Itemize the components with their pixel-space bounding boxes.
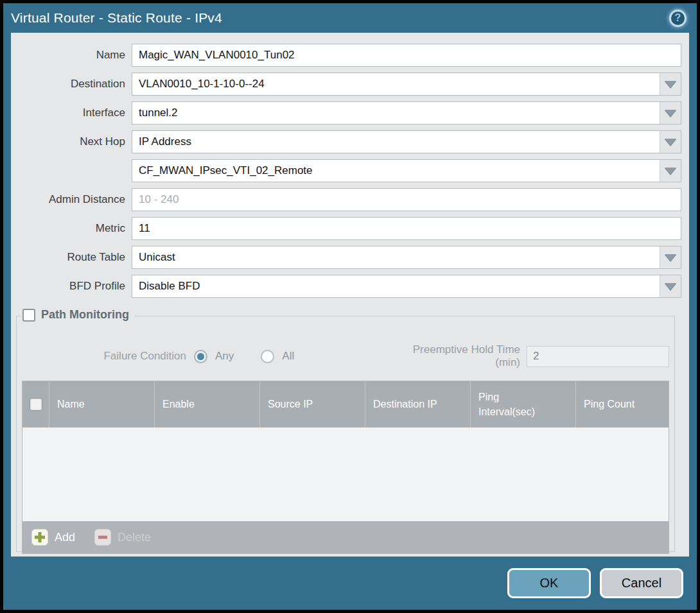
route-table-row: Route Table Unicast [11,246,681,269]
path-monitoring-checkbox[interactable] [22,309,35,322]
add-button[interactable]: Add [31,529,75,546]
column-label: Source IP [268,399,313,410]
column-header-name[interactable]: Name [49,381,155,427]
bfd-profile-label: BFD Profile [11,280,132,293]
column-label: Destination IP [373,399,437,410]
route-table-label: Route Table [11,251,132,264]
destination-value: VLAN0010_10-1-10-0--24 [132,73,660,95]
admin-distance-input[interactable] [132,188,681,211]
failure-any-label: Any [215,350,234,363]
next-hop-dropdown-button[interactable] [660,131,681,153]
radio-dot [197,353,204,360]
interface-label: Interface [11,107,132,119]
delete-icon [94,529,111,546]
next-hop-address-row: CF_MWAN_IPsec_VTI_02_Remote [11,159,681,182]
chevron-down-icon [665,110,676,117]
column-label: Ping Count [584,399,634,410]
name-row: Name [11,44,681,67]
chevron-down-icon [665,254,676,261]
column-header-source-ip[interactable]: Source IP [260,381,365,427]
bfd-profile-select[interactable]: Disable BFD [132,275,681,298]
chevron-down-icon [665,168,676,175]
admin-distance-row: Admin Distance [11,188,681,211]
failure-all-label: All [282,350,294,363]
destination-dropdown-button[interactable] [660,73,681,95]
destination-label: Destination [11,78,132,91]
help-icon[interactable]: ? [669,10,687,27]
dialog-titlebar: Virtual Router - Static Route - IPv4 ? [3,3,697,33]
table-header: Name Enable Source IP Destination IP Pin… [22,381,669,427]
static-route-dialog: Virtual Router - Static Route - IPv4 ? N… [0,0,700,613]
failure-condition-radios: Any All [194,350,321,363]
chevron-down-icon [665,283,676,290]
destination-select[interactable]: VLAN0010_10-1-10-0--24 [132,73,681,96]
failure-any-option[interactable]: Any [194,350,234,363]
cancel-button[interactable]: Cancel [600,568,683,598]
add-icon [31,529,48,546]
route-table-value: Unicast [132,246,660,268]
next-hop-address-value: CF_MWAN_IPsec_VTI_02_Remote [132,160,660,182]
table-body-empty [22,427,669,521]
select-all-cell [22,381,49,427]
dialog-title: Virtual Router - Static Route - IPv4 [11,10,669,26]
ok-button[interactable]: OK [507,568,591,598]
next-hop-address-dropdown-button[interactable] [660,160,681,182]
next-hop-select[interactable]: IP Address [132,130,681,153]
column-label: Name [57,399,85,410]
path-monitoring-title: Path Monitoring [41,308,129,322]
name-input[interactable] [132,44,681,67]
column-header-destination-ip[interactable]: Destination IP [365,381,471,427]
failure-any-radio[interactable] [194,350,207,363]
failure-all-radio[interactable] [261,350,274,363]
metric-label: Metric [11,222,132,235]
failure-condition-row: Failure Condition Any All Preemptive Hol… [22,343,669,369]
radio-dot [264,353,271,360]
table-toolbar: Add Delete [22,521,669,553]
help-glyph: ? [675,12,681,24]
delete-label: Delete [118,531,151,544]
path-monitoring-table: Name Enable Source IP Destination IP Pin… [22,381,669,554]
column-label: Enable [162,399,195,410]
column-header-ping-interval[interactable]: Ping Interval(sec) [471,381,576,427]
bfd-profile-row: BFD Profile Disable BFD [11,275,681,298]
interface-dropdown-button[interactable] [660,102,681,124]
column-header-ping-count[interactable]: Ping Count [576,381,669,427]
chevron-down-icon [665,139,676,146]
metric-row: Metric [11,217,681,240]
column-header-enable[interactable]: Enable [155,381,260,427]
next-hop-value: IP Address [132,131,660,153]
failure-condition-label: Failure Condition [22,350,194,363]
add-label: Add [55,531,75,544]
failure-all-option[interactable]: All [261,350,294,363]
destination-row: Destination VLAN0010_10-1-10-0--24 [11,73,681,96]
bfd-profile-dropdown-button[interactable] [660,275,681,297]
route-table-dropdown-button[interactable] [660,246,681,268]
next-hop-address-select[interactable]: CF_MWAN_IPsec_VTI_02_Remote [132,159,681,182]
dialog-footer: OK Cancel [3,557,697,610]
bfd-profile-value: Disable BFD [132,275,660,297]
preemptive-hold-time-input[interactable] [527,346,669,367]
name-label: Name [11,49,132,62]
preemptive-hold-time-label: Preemptive Hold Time (min) [398,343,527,369]
column-label: Ping Interval(sec) [478,390,546,419]
select-all-checkbox[interactable] [30,398,42,411]
path-monitoring-legend: Path Monitoring [21,308,134,322]
dialog-content: Name Destination VLAN0010_10-1-10-0--24 … [11,33,689,557]
next-hop-row: Next Hop IP Address [11,130,681,153]
chevron-down-icon [665,81,676,88]
interface-value: tunnel.2 [132,102,660,124]
admin-distance-label: Admin Distance [11,193,132,206]
interface-row: Interface tunnel.2 [11,101,681,125]
route-table-select[interactable]: Unicast [132,246,681,269]
delete-button[interactable]: Delete [94,529,151,546]
path-monitoring-group: Path Monitoring Failure Condition Any Al… [16,316,675,552]
interface-select[interactable]: tunnel.2 [132,101,681,125]
next-hop-label: Next Hop [11,135,132,148]
metric-input[interactable] [132,217,681,240]
